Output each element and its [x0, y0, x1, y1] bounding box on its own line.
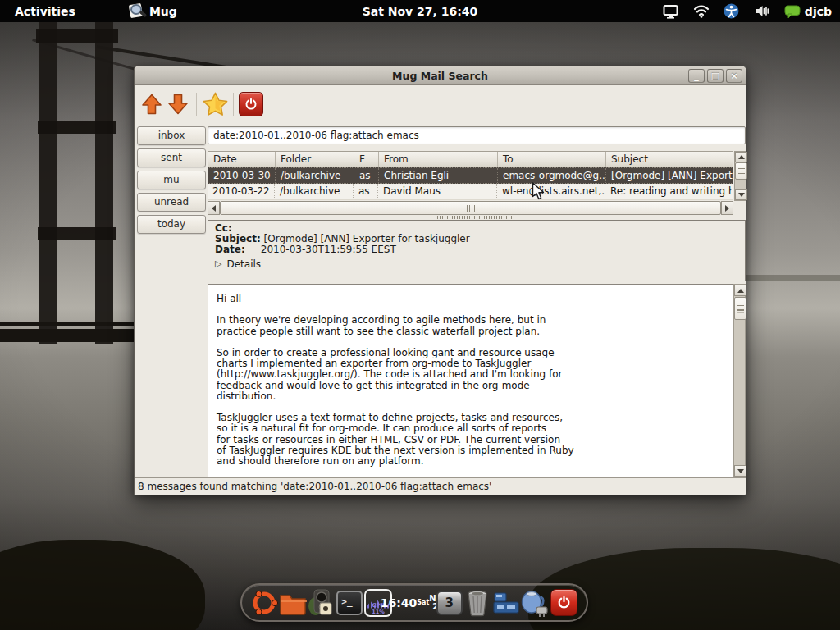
minimize-button[interactable]: _: [688, 69, 705, 83]
column-header-subject[interactable]: Subject: [606, 152, 733, 167]
app-menu[interactable]: Mug: [128, 2, 177, 21]
cell-date: 2010-03-30: [208, 168, 276, 183]
cell-date: 2010-03-22: [208, 184, 275, 199]
date-value: 2010-03-30T11:59:55 EEST: [261, 244, 396, 255]
star-icon: [203, 91, 228, 116]
column-header-flags[interactable]: F: [354, 152, 379, 167]
dock-clock[interactable]: 16:40 Sat Nov 27: [392, 587, 435, 619]
message-list-header: Date Folder F From To Subject: [208, 151, 733, 167]
username-label: djcb: [805, 5, 832, 18]
wifi-icon[interactable]: [693, 3, 710, 20]
splitter-grip: [437, 216, 516, 219]
scroll-up-button[interactable]: [734, 285, 746, 296]
bridge-tower-beam: [36, 29, 118, 43]
column-header-from[interactable]: From: [379, 152, 498, 167]
message-list-vscrollbar[interactable]: [734, 151, 746, 201]
message-headers-pane: Cc: Subject: [Orgmode] [ANN] Exporter fo…: [208, 220, 746, 281]
scrollbar-handle[interactable]: [734, 297, 746, 320]
power-icon: [550, 589, 578, 616]
sidebar-item-today[interactable]: today: [137, 215, 206, 234]
column-header-date[interactable]: Date: [208, 152, 276, 167]
terminal-prompt-glyph: >_: [336, 591, 363, 615]
scroll-left-button[interactable]: [208, 201, 220, 215]
quit-button[interactable]: [239, 92, 263, 116]
details-expander[interactable]: ▷ Details: [215, 258, 738, 270]
cell-flags: as: [354, 184, 378, 199]
date-label: Date:: [215, 244, 258, 255]
expander-triangle-icon: ▷: [215, 259, 221, 269]
next-message-button[interactable]: [165, 91, 191, 117]
cell-subject: Re: reading and writing ht..: [605, 184, 732, 199]
subject-value: [Orgmode] [ANN] Exporter for taskjuggler: [264, 233, 470, 244]
mug-mail-search-window: Mug Mail Search _ □ × inbox sen: [134, 66, 746, 495]
activities-button[interactable]: Activities: [10, 3, 80, 20]
display-icon[interactable]: [663, 3, 679, 20]
status-text: 8 messages found matching 'date:2010-01.…: [138, 481, 491, 492]
cell-flags: as: [354, 168, 379, 183]
ubuntu-launcher-icon[interactable]: [250, 587, 279, 619]
details-label: Details: [226, 258, 261, 270]
column-header-to[interactable]: To: [498, 152, 606, 167]
toolbar-separator: [233, 93, 234, 116]
dock: >_ CPU 11% 16:40 Sat Nov 27 3: [240, 583, 588, 622]
sidebar-item-inbox[interactable]: inbox: [137, 126, 206, 145]
mug-app-icon: [128, 2, 146, 21]
sidebar-item-unread[interactable]: unread: [137, 193, 206, 212]
cell-from: David Maus: [378, 184, 497, 199]
mug-kettle-icon[interactable]: [520, 587, 550, 619]
shore-rocks: [0, 540, 205, 630]
desktop: Activities Mug Sat Nov 27, 16:40: [0, 0, 840, 630]
cell-from: Christian Egli: [379, 168, 498, 183]
scrollbar-handle[interactable]: [220, 201, 721, 215]
message-body-pane: Hi all In theory we're developing accord…: [208, 284, 746, 477]
dock-clock-day: Sat: [417, 600, 429, 606]
cell-folder: /bulkarchive: [276, 168, 354, 183]
bridge-tower-beam: [38, 121, 116, 134]
mouse-cursor: [532, 182, 547, 203]
table-row[interactable]: 2010-03-22 /bulkarchive as David Maus wl…: [208, 184, 733, 200]
previous-message-button[interactable]: [139, 91, 165, 117]
maximize-button[interactable]: □: [707, 69, 724, 83]
flag-message-button[interactable]: [202, 91, 228, 117]
power-icon: [244, 97, 258, 112]
user-menu[interactable]: djcb: [784, 3, 832, 20]
scroll-down-button[interactable]: [734, 465, 746, 477]
dock-power-button[interactable]: [550, 587, 578, 619]
workspace-switcher-icon[interactable]: [492, 587, 521, 619]
toolbar: [135, 86, 746, 121]
cell-folder: /bulkarchive: [275, 184, 354, 199]
terminal-icon[interactable]: >_: [336, 587, 364, 619]
scrollbar-handle[interactable]: [735, 162, 747, 180]
table-row-selected[interactable]: 2010-03-30 /bulkarchive as Christian Egl…: [208, 167, 733, 184]
column-header-folder[interactable]: Folder: [276, 152, 354, 167]
message-body-text: Hi all In theory we're developing accord…: [208, 285, 733, 467]
calendar-day-number: 3: [436, 591, 463, 615]
close-button[interactable]: ×: [726, 69, 742, 83]
bridge-tower-pillar: [39, 22, 57, 344]
accessibility-icon[interactable]: [724, 3, 740, 20]
trash-icon[interactable]: [463, 587, 492, 619]
gnome-top-bar: Activities Mug Sat Nov 27, 16:40: [0, 0, 840, 22]
status-bar: 8 messages found matching 'date:2010-01.…: [135, 477, 746, 495]
scroll-up-button[interactable]: [735, 152, 747, 162]
message-body-frame: Hi all In theory we're developing accord…: [208, 284, 733, 477]
search-input[interactable]: [208, 126, 746, 144]
sidebar-item-mu[interactable]: mu: [137, 171, 206, 189]
bridge-tower-beam: [38, 227, 116, 240]
scroll-right-button[interactable]: [721, 201, 733, 215]
file-manager-icon[interactable]: [279, 587, 308, 619]
message-list-hscrollbar[interactable]: [208, 201, 733, 215]
scroll-down-button[interactable]: [735, 189, 747, 200]
pane-splitter[interactable]: [208, 215, 746, 219]
cell-subject: [Orgmode] [ANN] Exporter..: [606, 168, 733, 183]
sidebar-item-sent[interactable]: sent: [137, 148, 206, 167]
window-titlebar[interactable]: Mug Mail Search _ □ ×: [135, 66, 746, 85]
calendar-icon[interactable]: 3: [435, 587, 463, 619]
dock-clock-time: 16:40: [381, 597, 418, 609]
volume-icon[interactable]: [754, 3, 770, 20]
message-list: Date Folder F From To Subject 2010-03-30…: [208, 151, 746, 215]
app-menu-label: Mug: [149, 5, 177, 18]
arrow-up-icon: [140, 93, 163, 116]
message-body-vscrollbar[interactable]: [733, 284, 746, 477]
media-player-icon[interactable]: [307, 587, 336, 619]
